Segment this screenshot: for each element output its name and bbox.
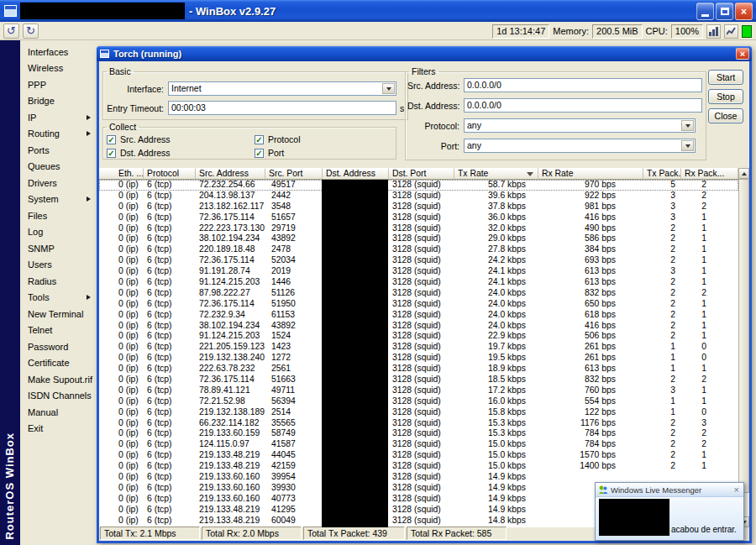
sidebar-item-isdn-channels[interactable]: ISDN Channels bbox=[20, 388, 97, 405]
maximize-button[interactable] bbox=[716, 3, 733, 20]
sidebar-item-interfaces[interactable]: Interfaces bbox=[20, 44, 97, 60]
interface-select[interactable]: Internet bbox=[168, 81, 396, 96]
vertical-scrollbar[interactable] bbox=[738, 168, 749, 527]
column-header-eth[interactable]: Eth. ... bbox=[99, 168, 144, 180]
entry-timeout-input[interactable]: 00:00:03 bbox=[168, 101, 396, 115]
table-cell: 261 bps bbox=[538, 353, 643, 364]
app-titlebar[interactable]: - WinBox v2.9.27 × bbox=[0, 0, 756, 22]
table-cell: 0 (ip) bbox=[99, 407, 144, 418]
column-header-tx-pack[interactable]: Tx Pack... bbox=[643, 168, 681, 180]
table-row[interactable]: 0 (ip)6 (tcp)219.132.138.24012723128 (sq… bbox=[99, 353, 738, 364]
table-row[interactable]: 0 (ip)6 (tcp)78.89.41.121497113128 (squi… bbox=[99, 385, 738, 396]
sidebar-item-ppp[interactable]: PPP bbox=[20, 76, 97, 93]
sidebar-item-make-supout-rif[interactable]: Make Supout.rif bbox=[20, 371, 97, 388]
entry-timeout-value: 00:00:03 bbox=[171, 102, 206, 113]
start-button[interactable]: Start bbox=[708, 70, 743, 85]
table-row[interactable]: 0 (ip)6 (tcp)38.102.194.234438923128 (sq… bbox=[99, 321, 738, 332]
sidebar-item-exit[interactable]: Exit bbox=[20, 421, 97, 438]
dropdown-button[interactable] bbox=[681, 120, 694, 131]
table-row[interactable]: 0 (ip)6 (tcp)38.102.194.234438923128 (sq… bbox=[99, 233, 738, 244]
redo-button[interactable]: ↻ bbox=[23, 24, 39, 39]
table-row[interactable]: 0 (ip)6 (tcp)220.189.18.4824783128 (squi… bbox=[99, 244, 738, 255]
sidebar-item-bridge[interactable]: Bridge bbox=[20, 93, 97, 110]
sidebar-item-wireless[interactable]: Wireless bbox=[20, 60, 97, 77]
traffic-graph-button[interactable] bbox=[706, 24, 721, 39]
table-row[interactable]: 0 (ip)6 (tcp)72.36.175.114516573128 (squ… bbox=[99, 212, 738, 223]
column-header-rx-pack[interactable]: Rx Pack... bbox=[681, 168, 738, 180]
sidebar-item-log[interactable]: Log bbox=[20, 224, 97, 241]
table-row[interactable]: 0 (ip)6 (tcp)219.133.48.219421593128 (sq… bbox=[99, 461, 738, 472]
table-row[interactable]: 0 (ip)6 (tcp)204.13.98.13724423128 (squi… bbox=[99, 191, 738, 202]
scrollbar-thumb[interactable] bbox=[738, 179, 749, 493]
sidebar-item-files[interactable]: Files bbox=[20, 207, 97, 224]
sidebar-item-system[interactable]: System bbox=[20, 191, 97, 208]
column-header-tx-rate[interactable]: Tx Rate bbox=[454, 168, 538, 180]
sidebar-item-drivers[interactable]: Drivers bbox=[20, 175, 97, 191]
column-header-src-address[interactable]: Src. Address bbox=[196, 168, 265, 180]
src-address-input[interactable]: 0.0.0.0/0 bbox=[464, 78, 702, 92]
sidebar-item-new-terminal[interactable]: New Terminal bbox=[20, 306, 97, 322]
dropdown-button[interactable] bbox=[382, 83, 395, 94]
collect-checkbox-port[interactable]: ✓Port bbox=[255, 146, 396, 160]
scroll-up-button[interactable] bbox=[738, 168, 749, 179]
table-row[interactable]: 0 (ip)6 (tcp)219.132.138.18925143128 (sq… bbox=[99, 407, 738, 418]
sidebar-item-certificate[interactable]: Certificate bbox=[20, 355, 97, 372]
messenger-popup[interactable]: Windows Live Messenger × acabou de entra… bbox=[595, 482, 744, 541]
undo-button[interactable]: ↺ bbox=[3, 24, 19, 39]
table-row[interactable]: 0 (ip)6 (tcp)91.124.215.20314463128 (squ… bbox=[99, 277, 738, 288]
messenger-close-icon[interactable]: × bbox=[732, 485, 741, 495]
column-header-rx-rate[interactable]: Rx Rate bbox=[538, 168, 643, 180]
sidebar-item-telnet[interactable]: Telnet bbox=[20, 322, 97, 339]
port-select[interactable]: any bbox=[464, 139, 696, 153]
column-header-dst-address[interactable]: Dst. Address bbox=[323, 168, 389, 180]
table-row[interactable]: 0 (ip)6 (tcp)72.36.175.114516633128 (squ… bbox=[99, 375, 738, 385]
sidebar-item-ports[interactable]: Ports bbox=[20, 142, 97, 159]
table-row[interactable]: 0 (ip)6 (tcp)72.232.254.66495173128 (squ… bbox=[99, 180, 738, 191]
collect-checkbox-dst-address[interactable]: ✓Dst. Address bbox=[107, 146, 255, 160]
close-dialog-button[interactable]: Close bbox=[708, 108, 743, 123]
sidebar-item-queues[interactable]: Queues bbox=[20, 159, 97, 176]
table-row[interactable]: 0 (ip)6 (tcp)87.98.222.27511263128 (squi… bbox=[99, 288, 738, 299]
column-header-dst-port[interactable]: Dst. Port bbox=[389, 168, 454, 180]
table-row[interactable]: 0 (ip)6 (tcp)219.133.48.219440453128 (sq… bbox=[99, 450, 738, 461]
collect-checkbox-protocol[interactable]: ✓Protocol bbox=[255, 133, 396, 146]
sidebar-item-manual[interactable]: Manual bbox=[20, 404, 97, 421]
table-row[interactable]: 0 (ip)6 (tcp)91.124.215.20315243128 (squ… bbox=[99, 331, 738, 342]
sidebar-item-radius[interactable]: Radius bbox=[20, 273, 97, 290]
table-row[interactable]: 0 (ip)6 (tcp)222.63.78.23225613128 (squi… bbox=[99, 364, 738, 375]
sidebar-item-users[interactable]: Users bbox=[20, 257, 97, 274]
table-row[interactable]: 0 (ip)6 (tcp)72.232.9.34611533128 (squid… bbox=[99, 310, 738, 321]
dropdown-button[interactable] bbox=[681, 140, 694, 151]
dst-address-input[interactable]: 0.0.0.0/0 bbox=[464, 98, 702, 113]
minimize-button[interactable] bbox=[696, 3, 714, 20]
table-row[interactable]: 0 (ip)6 (tcp)72.21.52.98563943128 (squid… bbox=[99, 396, 738, 407]
table-row[interactable]: 0 (ip)6 (tcp)91.191.28.7420193128 (squid… bbox=[99, 266, 738, 277]
protocol-select[interactable]: any bbox=[464, 118, 696, 133]
sidebar-item-password[interactable]: Password bbox=[20, 338, 97, 355]
table-row[interactable]: 0 (ip)6 (tcp)221.205.159.12314233128 (sq… bbox=[99, 342, 738, 353]
close-button[interactable]: × bbox=[735, 3, 753, 20]
table-row[interactable]: 0 (ip)6 (tcp)72.36.175.114519503128 (squ… bbox=[99, 299, 738, 310]
table-row[interactable]: 0 (ip)6 (tcp)124.115.0.97415873128 (squi… bbox=[99, 439, 738, 450]
resources-button[interactable] bbox=[724, 24, 738, 39]
table-row[interactable]: 0 (ip)6 (tcp)213.182.162.11735483128 (sq… bbox=[99, 202, 738, 212]
sidebar-item-snmp[interactable]: SNMP bbox=[20, 240, 97, 257]
sidebar-item-routing[interactable]: Routing bbox=[20, 126, 97, 143]
table-row[interactable]: 0 (ip)6 (tcp)66.232.114.182355653128 (sq… bbox=[99, 418, 738, 429]
torch-titlebar[interactable]: Torch (running) × bbox=[97, 46, 752, 61]
stop-button[interactable]: Stop bbox=[708, 89, 743, 104]
table-cell: 0 (ip) bbox=[99, 483, 144, 494]
table-row[interactable]: 0 (ip)6 (tcp)72.36.175.114520343128 (squ… bbox=[99, 255, 738, 266]
collect-checkbox-src-address[interactable]: ✓Src. Address bbox=[107, 133, 255, 146]
table-cell: 204.13.98.137 bbox=[196, 191, 265, 202]
torch-close-button[interactable]: × bbox=[736, 48, 749, 60]
table-row[interactable]: 0 (ip)6 (tcp)222.223.173.130297193128 (s… bbox=[99, 223, 738, 234]
table-row[interactable]: 0 (ip)6 (tcp)219.133.60.159587493128 (sq… bbox=[99, 428, 738, 439]
column-header-src-port[interactable]: Src. Port bbox=[265, 168, 323, 180]
column-header-protocol[interactable]: Protocol bbox=[144, 168, 196, 180]
sidebar-item-tools[interactable]: Tools bbox=[20, 290, 97, 307]
table-cell: 6 (tcp) bbox=[144, 288, 196, 299]
table-row[interactable]: 0 (ip)6 (tcp)219.133.60.160399543128 (sq… bbox=[99, 472, 738, 483]
sidebar-item-ip[interactable]: IP bbox=[20, 109, 97, 126]
table-cell: 219.133.60.160 bbox=[196, 494, 265, 505]
